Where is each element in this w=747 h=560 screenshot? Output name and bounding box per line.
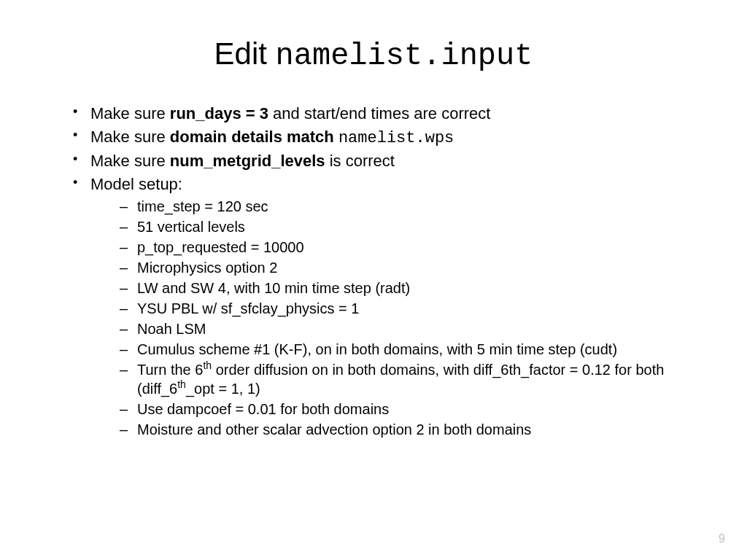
sub-bullet-item: time_step = 120 sec: [120, 197, 703, 216]
sub-text: Use dampcoef = 0.01 for both domains: [137, 401, 389, 417]
sub-bullet-item: Moisture and other scalar advection opti…: [120, 420, 703, 439]
sub-bullet-item: p_top_requested = 10000: [120, 238, 703, 257]
bullet-mono: namelist.wps: [338, 129, 454, 147]
bullet-item: Make sure domain details match namelist.…: [73, 126, 703, 149]
sub-bullet-item: YSU PBL w/ sf_sfclay_physics = 1: [120, 299, 703, 318]
sub-text: time_step = 120 sec: [137, 198, 268, 214]
bullet-list: Make sure run_days = 3 and start/end tim…: [73, 103, 703, 439]
bullet-item: Make sure num_metgrid_levels is correct: [73, 150, 703, 172]
bullet-item: Model setup: time_step = 120 sec 51 vert…: [73, 174, 703, 439]
sub-text: Moisture and other scalar advection opti…: [137, 421, 531, 438]
sub-bullet-item: Cumulus scheme #1 (K-F), on in both doma…: [120, 340, 703, 359]
bullet-bold: domain details match: [170, 128, 338, 146]
sub-text: _opt = 1, 1): [186, 381, 260, 397]
sub-bullet-item: Microphysics option 2: [120, 258, 703, 277]
sub-text: LW and SW 4, with 10 min time step (radt…: [137, 280, 410, 296]
sub-text: 51 vertical levels: [137, 219, 245, 235]
page-number: 9: [719, 532, 725, 545]
sub-bullet-item: 51 vertical levels: [120, 217, 703, 236]
sub-text: Cumulus scheme #1 (K-F), on in both doma…: [137, 341, 617, 357]
superscript: th: [177, 378, 186, 390]
sub-text: Microphysics option 2: [137, 260, 277, 276]
bullet-item: Make sure run_days = 3 and start/end tim…: [73, 103, 703, 125]
sub-text: p_top_requested = 10000: [137, 239, 304, 255]
title-mono: namelist.input: [276, 39, 533, 74]
sub-bullet-item: Use dampcoef = 0.01 for both domains: [120, 400, 703, 419]
bullet-bold: num_metgrid_levels: [170, 152, 325, 170]
bullet-text: and start/end times are correct: [268, 104, 490, 122]
slide-title: Edit namelist.input: [117, 36, 630, 74]
sub-bullet-item: Turn the 6th order diffusion on in both …: [120, 360, 703, 398]
sub-text: Turn the 6: [137, 362, 203, 378]
bullet-text: Make sure: [90, 128, 170, 146]
slide: Edit namelist.input Make sure run_days =…: [0, 0, 747, 470]
bullet-text: is correct: [325, 152, 395, 170]
sub-bullet-item: LW and SW 4, with 10 min time step (radt…: [120, 279, 703, 298]
title-prefix: Edit: [214, 36, 276, 71]
bullet-text: Make sure: [90, 104, 170, 122]
superscript: th: [203, 359, 212, 371]
sub-bullet-list: time_step = 120 sec 51 vertical levels p…: [120, 197, 703, 439]
bullet-bold: run_days = 3: [170, 104, 268, 122]
bullet-text: Model setup:: [90, 175, 182, 193]
sub-bullet-item: Noah LSM: [120, 319, 703, 338]
bullet-text: Make sure: [90, 152, 170, 170]
sub-text: YSU PBL w/ sf_sfclay_physics = 1: [137, 300, 359, 316]
sub-text: Noah LSM: [137, 321, 206, 337]
